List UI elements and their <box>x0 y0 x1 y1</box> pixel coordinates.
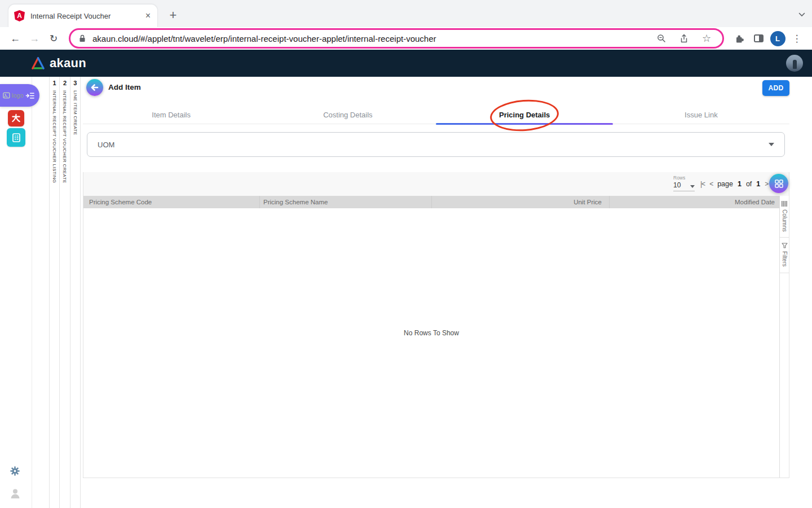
step-number: 1 <box>53 80 56 86</box>
favicon-letter: A <box>17 12 22 20</box>
tab-issue-link[interactable]: Issue Link <box>613 106 789 124</box>
grid-icon <box>775 179 783 188</box>
step-tabs: 1 INTERNAL RECEIPT VOUCHER LISTING 2 INT… <box>49 77 81 508</box>
da-app-icon[interactable] <box>8 110 24 126</box>
app-header: akaun <box>0 50 812 77</box>
lock-icon <box>78 34 87 42</box>
extensions-puzzle-icon[interactable] <box>730 34 749 43</box>
profile-avatar[interactable]: L <box>768 31 787 46</box>
tab-costing-details[interactable]: Costing Details <box>259 106 436 124</box>
grid-side-panel: Columns Filters <box>779 196 789 478</box>
rows-per-page-select[interactable]: Rows 10 <box>673 175 695 191</box>
filter-funnel-icon <box>782 243 788 248</box>
column-header-unit-price[interactable]: Unit Price <box>432 196 610 208</box>
step-label: INTERNAL RECEIPT VOUCHER LISTING <box>52 90 57 183</box>
forward-icon[interactable]: → <box>25 33 44 45</box>
list-app-icon[interactable] <box>7 128 25 147</box>
collapse-menu-icon <box>25 92 34 99</box>
active-tab-underline <box>436 123 613 125</box>
logo-alt-text: logo <box>12 92 24 99</box>
tab-item-details[interactable]: Item Details <box>83 106 259 124</box>
uom-label: UOM <box>98 141 114 149</box>
bookmark-star-icon[interactable]: ☆ <box>698 32 715 45</box>
logo-menu-toggle[interactable]: logo <box>0 84 39 107</box>
url-text[interactable]: akaun.cloud/#/applet/tnt/wavelet/erp/int… <box>92 34 647 43</box>
brand-logo[interactable]: akaun <box>30 56 86 71</box>
filters-label: Filters <box>782 251 788 266</box>
broken-image-icon <box>3 92 10 99</box>
screen: A Internal Receipt Voucher × + ← → ↻ aka… <box>0 0 812 508</box>
columns-panel-button[interactable]: Columns <box>780 196 789 238</box>
rows-label: Rows <box>673 175 695 181</box>
tab-pricing-details[interactable]: Pricing Details <box>436 106 613 124</box>
grid-body: No Rows To Show <box>83 208 779 478</box>
brand-name: akaun <box>50 56 86 71</box>
user-avatar[interactable] <box>786 55 803 72</box>
grid-toolbar: Rows 10 |< < page 1 of 1 > >| <box>83 172 789 196</box>
new-tab-button[interactable]: + <box>165 7 181 23</box>
columns-label: Columns <box>782 209 788 231</box>
browser-toolbar: ← → ↻ akaun.cloud/#/applet/tnt/wavelet/e… <box>0 27 812 50</box>
angular-favicon: A <box>14 10 25 21</box>
reload-icon[interactable]: ↻ <box>44 33 63 45</box>
of-word: of <box>746 180 752 188</box>
column-header-pricing-scheme-name[interactable]: Pricing Scheme Name <box>260 196 432 208</box>
uom-select[interactable]: UOM <box>87 132 785 157</box>
step-tab-irv-create[interactable]: 2 INTERNAL RECEIPT VOUCHER CREATE <box>59 77 69 508</box>
pagination: |< < page 1 of 1 > >| <box>700 172 777 196</box>
kebab-menu-icon[interactable]: ⋮ <box>787 33 806 45</box>
share-icon[interactable] <box>676 34 692 43</box>
brand-triangle-icon <box>30 56 46 70</box>
total-pages: 1 <box>756 180 760 188</box>
settings-gear-icon[interactable] <box>10 466 20 479</box>
step-tab-irv-listing[interactable]: 1 INTERNAL RECEIPT VOUCHER LISTING <box>49 77 59 508</box>
step-number: 2 <box>63 80 67 86</box>
browser-tab[interactable]: A Internal Receipt Voucher × <box>8 4 158 27</box>
caret-down-icon <box>690 185 695 188</box>
grid-header-row: Pricing Scheme Code Pricing Scheme Name … <box>83 196 779 208</box>
caret-down-icon <box>769 143 774 146</box>
empty-rows-message: No Rows To Show <box>83 329 779 337</box>
detail-tab-bar: Item Details Costing Details Pricing Det… <box>83 106 789 124</box>
step-tab-line-item-create[interactable]: 3 LINE ITEM CREATE <box>70 77 80 508</box>
current-page: 1 <box>738 180 742 188</box>
filters-panel-button[interactable]: Filters <box>780 238 789 273</box>
grid-layout-button[interactable] <box>769 174 788 193</box>
left-rail: logo <box>0 77 32 508</box>
rows-value: 10 <box>673 181 681 189</box>
back-button[interactable] <box>86 79 103 96</box>
column-header-modified-date[interactable]: Modified Date <box>610 196 779 208</box>
profile-placeholder-icon[interactable] <box>10 488 20 501</box>
column-header-pricing-scheme-code[interactable]: Pricing Scheme Code <box>83 196 260 208</box>
url-bar[interactable]: akaun.cloud/#/applet/tnt/wavelet/erp/int… <box>69 28 724 49</box>
add-button[interactable]: ADD <box>762 80 789 96</box>
step-label: LINE ITEM CREATE <box>73 90 78 135</box>
tab-title: Internal Receipt Voucher <box>30 12 139 20</box>
chevron-down-icon[interactable] <box>798 9 805 19</box>
close-icon[interactable]: × <box>144 11 152 20</box>
back-icon[interactable]: ← <box>6 33 25 45</box>
page-title: Add Item <box>108 83 141 91</box>
step-number: 3 <box>73 80 77 86</box>
step-label: INTERNAL RECEIPT VOUCHER CREATE <box>62 90 67 183</box>
previous-page-button[interactable]: < <box>709 180 713 188</box>
first-page-button[interactable]: |< <box>700 180 705 188</box>
columns-icon <box>782 201 787 207</box>
next-page-button[interactable]: > <box>765 180 768 188</box>
pricing-grid: Rows 10 |< < page 1 of 1 > >| <box>83 172 789 478</box>
browser-tab-strip: A Internal Receipt Voucher × + <box>0 0 812 27</box>
profile-initial: L <box>770 31 785 46</box>
zoom-icon[interactable] <box>653 34 670 43</box>
page-word: page <box>717 180 733 188</box>
side-panel-icon[interactable] <box>749 34 768 42</box>
back-arrow-icon <box>91 84 99 91</box>
